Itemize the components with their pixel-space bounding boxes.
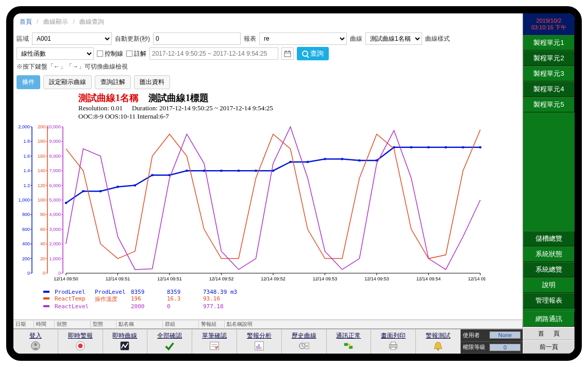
svg-text:0: 0 [27, 271, 30, 276]
perm-value: 0 [490, 344, 520, 351]
user-value: None [490, 331, 520, 339]
query-button[interactable]: 查詢 [297, 47, 329, 60]
tab-display-curve[interactable]: 設定顯示曲線 [43, 75, 92, 89]
svg-text:180: 180 [38, 139, 45, 144]
report-label: 報表 [244, 35, 256, 43]
list-check-icon [208, 340, 221, 352]
ack-single-button[interactable]: 單筆確認 [192, 329, 237, 354]
svg-text:2,000: 2,000 [49, 241, 61, 246]
calendar-button[interactable] [281, 47, 294, 60]
chart-header: 測試曲線1名稱 測試曲線1標題 Resolution: 0.01 Duratio… [78, 92, 519, 121]
realtime-curve-button[interactable]: 即時曲線 [103, 329, 148, 354]
curve-label: 曲線 [350, 35, 362, 43]
svg-text:1.4: 1.4 [23, 168, 30, 173]
system-status-button[interactable]: 系統狀態 [523, 246, 575, 262]
breadcrumb: 首頁 / 曲線顯示 / 曲線查詢 [16, 13, 519, 30]
svg-text:400: 400 [22, 241, 30, 246]
unit-3-button[interactable]: 製程單元3 [523, 66, 575, 81]
curve-select[interactable]: 測試曲線1名稱 [365, 32, 422, 45]
function-select[interactable]: 線性函數 [16, 47, 94, 60]
tab-export[interactable]: 匯出資料 [134, 75, 170, 89]
legend-row-level: ReactLevel 2000 0 977.18 [43, 303, 519, 310]
crumb-l2: 曲線查詢 [79, 18, 104, 25]
printer-icon [387, 340, 399, 352]
tank-overview-button[interactable]: 儲槽總覽 [523, 231, 575, 246]
refresh-input[interactable] [153, 32, 241, 45]
home-button[interactable]: 首頁 [523, 327, 575, 340]
svg-rect-3 [289, 51, 290, 52]
realtime-alarm-button[interactable]: 即時警報 [58, 329, 103, 354]
system-overview-button[interactable]: 系統總覽 [523, 262, 575, 277]
svg-text:6,000: 6,000 [49, 183, 61, 188]
svg-text:7,000: 7,000 [49, 168, 61, 173]
crumb-home[interactable]: 首頁 [20, 18, 32, 25]
alarm-test-button[interactable]: 警報測試 [416, 329, 461, 354]
svg-point-118 [34, 343, 37, 346]
check-icon [163, 340, 176, 352]
analysis-icon [253, 340, 265, 352]
clock-date: 2019/10/2 [536, 18, 562, 24]
network-icon [342, 340, 355, 352]
legend-row-temp: ReactTemp 操作溫度 196 16.3 93.16 [43, 295, 519, 303]
report-select[interactable]: re [259, 32, 347, 45]
tab-query-anno[interactable]: 查詢註解 [95, 75, 131, 89]
svg-text:80: 80 [40, 212, 45, 217]
history-curve-button[interactable]: 歷史曲線R [282, 329, 327, 354]
ack-all-button[interactable]: 全部確認 [147, 329, 192, 354]
svg-text:800: 800 [22, 212, 30, 217]
calendar-icon [284, 50, 291, 57]
anno-checkbox[interactable]: 註解 [126, 49, 146, 58]
chart-area: 02004006008001,0001.21.41.61.82,00002040… [16, 123, 485, 288]
filter-row-1: 區域 A001 自動更新(秒) 報表 re 曲線 測試曲線1名稱 曲線樣式 [16, 32, 519, 45]
svg-rect-2 [285, 51, 287, 52]
svg-text:1.6: 1.6 [23, 154, 30, 159]
tab-condition[interactable]: 條件 [16, 75, 40, 89]
comm-status-button[interactable]: 通訊正常 [327, 329, 372, 354]
legend-swatch [43, 297, 49, 299]
svg-text:60: 60 [40, 227, 45, 232]
login-button[interactable]: 登入 [13, 329, 58, 354]
svg-text:40: 40 [40, 241, 45, 246]
network-button[interactable]: 網路通訊 [523, 311, 575, 327]
style-label: 曲線樣式 [425, 35, 450, 43]
svg-text:600: 600 [22, 227, 30, 232]
unit-2-button[interactable]: 製程單元2 [523, 51, 575, 66]
history-icon: R [298, 340, 310, 352]
svg-text:12/14 09:54: 12/14 09:54 [468, 276, 485, 281]
login-icon [29, 340, 42, 352]
chart-svg: 02004006008001,0001.21.41.61.82,00002040… [16, 123, 485, 288]
svg-text:0: 0 [58, 271, 61, 276]
chart-resolution: Resolution: 0.01 [78, 104, 123, 112]
svg-text:200: 200 [38, 124, 45, 129]
svg-text:100: 100 [38, 197, 45, 203]
alarm-grid-header: 日期 時間 狀態 型態 點名稱 群組 警報組 點名稱說明 [13, 320, 523, 329]
help-button[interactable]: 說明 [523, 277, 575, 293]
svg-text:1,000: 1,000 [49, 256, 61, 261]
svg-rect-127 [258, 344, 260, 349]
svg-rect-126 [256, 346, 258, 349]
legend-swatch [43, 305, 49, 307]
svg-rect-132 [344, 343, 348, 346]
chart-limits: OOC:8-9 OOS:10-11 Internal:6-7 [78, 112, 169, 120]
unit-1-button[interactable]: 製程單元1 [523, 35, 575, 51]
date-range-input[interactable] [149, 47, 278, 60]
back-button[interactable]: 前一頁 [523, 340, 575, 354]
svg-rect-135 [391, 342, 396, 345]
svg-text:12/14 09:52: 12/14 09:52 [209, 276, 234, 281]
keyboard-note: ※按下鍵盤「←」「→」可切換曲線檢視 [16, 62, 519, 71]
clock-time: 03:10:16 下午 [531, 24, 566, 31]
tab-bar: 條件 設定顯示曲線 查詢註解 匯出資料 [16, 75, 519, 89]
report-button[interactable]: 管理報表 [523, 293, 575, 308]
unit-5-button[interactable]: 製程單元5 [523, 97, 575, 112]
svg-text:1.8: 1.8 [23, 139, 30, 144]
area-select[interactable]: A001 [32, 32, 112, 45]
chart-name: 測試曲線1名稱 [78, 93, 139, 103]
svg-text:160: 160 [38, 154, 45, 159]
svg-text:9,000: 9,000 [49, 139, 61, 144]
ctrl-line-checkbox[interactable]: 控制線 [97, 49, 123, 58]
svg-text:10,000: 10,000 [46, 124, 61, 129]
print-button[interactable]: 畫面列印 [371, 329, 416, 354]
alarm-analysis-button[interactable]: 警報分析 [237, 329, 282, 354]
unit-4-button[interactable]: 製程單元4 [523, 81, 575, 97]
user-label: 使用者 [463, 331, 490, 339]
